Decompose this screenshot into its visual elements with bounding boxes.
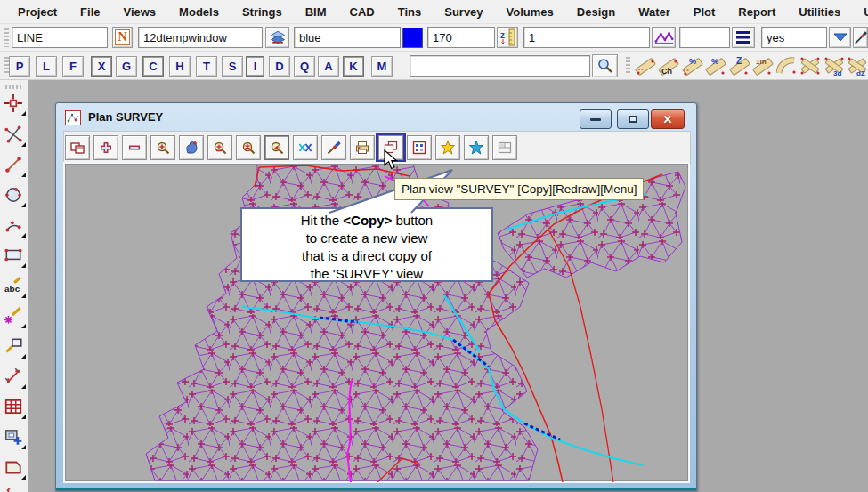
favourite-blue-button[interactable]	[464, 135, 489, 160]
toolbar-grip[interactable]	[5, 85, 23, 89]
pan-button[interactable]	[179, 135, 204, 160]
sidebar-tool-create-circle[interactable]	[3, 184, 26, 207]
chevron-down-icon	[833, 32, 848, 43]
sidebar-tool-create-line[interactable]	[3, 154, 26, 177]
snap-button-f[interactable]: F	[62, 56, 84, 77]
measure-height-button[interactable]: Z	[728, 54, 750, 77]
name-button[interactable]: N	[112, 27, 133, 48]
plot-button[interactable]	[407, 135, 432, 160]
toolbar-grip[interactable]	[626, 57, 630, 75]
colour-input[interactable]	[294, 27, 401, 48]
menu-bim[interactable]: BIM	[294, 5, 338, 19]
zoom-in-button[interactable]	[93, 135, 118, 160]
measure-arc-button[interactable]	[775, 54, 798, 77]
menu-utilities[interactable]: Utilities	[787, 5, 852, 19]
menu-plot[interactable]: Plot	[682, 5, 727, 19]
sidebar-tool-insert-image[interactable]	[3, 487, 26, 492]
menu-survey[interactable]: Survey	[433, 5, 494, 19]
snap-button-h[interactable]: H	[169, 56, 191, 77]
search-input[interactable]	[410, 55, 590, 77]
zoom-out-button[interactable]	[122, 135, 147, 160]
measure-cross-button[interactable]	[799, 54, 821, 77]
menu-project[interactable]: Project	[6, 5, 69, 19]
menu-design[interactable]: Design	[565, 5, 627, 19]
snap-button-x[interactable]: X	[91, 56, 112, 77]
print-button[interactable]	[350, 135, 375, 160]
measure-grade-percent-button[interactable]: %	[681, 54, 703, 77]
menu-user[interactable]: User	[852, 5, 868, 19]
menu-cad[interactable]: CAD	[338, 5, 386, 19]
snap-button-t[interactable]: T	[196, 56, 217, 77]
measure-bearing-distance-button[interactable]	[634, 54, 656, 77]
snap-button-g[interactable]: G	[116, 56, 137, 77]
search-button[interactable]	[592, 54, 618, 77]
copy-button-tooltip: Plan view "SURVEY" [Copy][Redraw][Menu]	[394, 178, 644, 200]
menu-file[interactable]: File	[69, 5, 111, 19]
grade-percent-ruler-icon: %	[682, 55, 703, 77]
snap-button-s[interactable]: S	[222, 56, 243, 77]
colour-swatch[interactable]	[402, 28, 423, 48]
snap-button-q[interactable]: Q	[294, 56, 315, 77]
model-input[interactable]	[138, 27, 263, 48]
measure-one-in-grade-button[interactable]: 1in	[751, 54, 774, 77]
snap-button-k[interactable]: K	[343, 56, 364, 77]
snap-button-c[interactable]: C	[142, 56, 164, 77]
sidebar-tool-paste-view[interactable]	[3, 426, 26, 449]
sidebar-tool-create-intersection[interactable]	[3, 124, 26, 147]
zoom-extents-button[interactable]	[150, 135, 175, 160]
snap-button-i[interactable]: I	[246, 56, 264, 77]
measure-3d-button[interactable]: 3d	[823, 54, 845, 77]
plan-window-titlebar[interactable]: Plan SURVEY ✕	[56, 103, 696, 133]
snap-button-a[interactable]: A	[318, 56, 339, 77]
close-button[interactable]: ✕	[651, 109, 685, 129]
sidebar-tool-create-point[interactable]	[3, 93, 26, 116]
height-pick-button[interactable]: z	[497, 27, 518, 48]
snap-button-l[interactable]: L	[36, 56, 57, 77]
sidebar-tool-create-arc[interactable]	[3, 214, 26, 238]
weight-input[interactable]	[523, 27, 650, 48]
svg-text:3d: 3d	[833, 69, 841, 77]
menu-models[interactable]: Models	[167, 5, 231, 19]
sidebar-tool-create-rectangle[interactable]	[3, 245, 26, 268]
visible-dropdown-button[interactable]	[829, 27, 851, 48]
favourite-yellow-button[interactable]	[435, 135, 460, 160]
layout-button[interactable]	[492, 135, 517, 160]
menu-views[interactable]: Views	[111, 5, 167, 19]
sidebar-tool-grid[interactable]	[3, 396, 26, 419]
model-layers-button[interactable]	[265, 27, 289, 48]
menu-water[interactable]: Water	[627, 5, 682, 19]
maximize-button[interactable]	[617, 109, 649, 129]
sidebar-tool-create-polygon[interactable]	[3, 456, 26, 480]
blank-input[interactable]	[679, 27, 730, 48]
save-view-button[interactable]	[65, 135, 90, 160]
appearance-button[interactable]	[321, 135, 346, 160]
sidebar-tool-create-symbol[interactable]	[3, 305, 26, 328]
snap-button-m[interactable]: M	[371, 56, 393, 77]
linestyle-button[interactable]	[732, 27, 755, 48]
tin-button[interactable]	[652, 27, 676, 48]
redraw-button[interactable]	[293, 135, 318, 160]
measure-grade-points-button[interactable]: %	[704, 54, 726, 77]
minimize-button[interactable]	[580, 109, 612, 129]
measure-delta-z-button[interactable]: dZ	[846, 54, 868, 77]
sidebar-tool-create-box[interactable]	[3, 335, 26, 359]
entity-type-input[interactable]	[12, 27, 108, 48]
eyedropper-button[interactable]	[853, 27, 868, 48]
cad-sidebar: abc	[0, 80, 28, 492]
menu-report[interactable]: Report	[726, 5, 787, 19]
snap-button-p[interactable]: P	[9, 56, 30, 77]
sidebar-tool-measure[interactable]	[3, 366, 26, 389]
zoom-previous-button[interactable]	[236, 135, 261, 160]
menu-strings[interactable]: Strings	[231, 5, 294, 19]
height-input[interactable]	[427, 27, 495, 48]
zoom-window-button[interactable]	[207, 135, 232, 160]
snap-button-d[interactable]: D	[269, 56, 290, 77]
measure-chainage-button[interactable]: Ch	[657, 54, 679, 77]
visible-input[interactable]	[761, 27, 827, 48]
sidebar-tool-create-text[interactable]: abc	[3, 275, 26, 298]
toolbar-grip[interactable]	[4, 28, 9, 47]
menu-tins[interactable]: Tins	[386, 5, 434, 19]
zoom-pick-button[interactable]	[264, 135, 289, 160]
svg-text:1in: 1in	[756, 58, 767, 66]
menu-volumes[interactable]: Volumes	[495, 5, 565, 19]
